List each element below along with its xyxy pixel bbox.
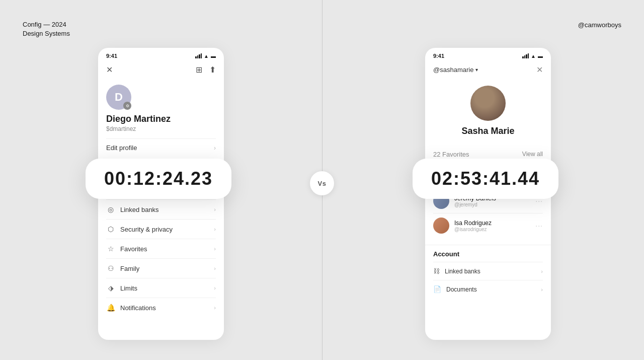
menu-item-favorites[interactable]: ☆ Favorites › [106,239,216,258]
acc-item-linked-banks[interactable]: ⛓ Linked banks › [433,262,543,280]
left-status-time: 9:41 [106,53,117,59]
favorites-header: 22 Favorites View all [433,150,543,159]
profile-name: Diego Martinez [106,114,216,124]
favorite-item-isa: Isa Rodriguez @isarodriguez ··· [433,213,543,238]
jeremy-handle: @jeremyd [454,202,496,207]
family-label: Family [120,265,139,272]
favorites-title: 22 Favorites [433,150,471,159]
right-wifi-icon: ▲ [531,53,536,59]
limits-icon: ⬗ [106,284,115,292]
star-icon: ☆ [106,245,115,253]
timer-left-text: 00:12:24.23 [104,168,213,189]
right-top-bar: @sashamarie ▾ ✕ [425,62,551,80]
author-handle: @camworboys [578,21,621,29]
isa-more-icon[interactable]: ··· [535,222,543,230]
title-line2: Design Systems [23,30,70,37]
right-status-bar: 9:41 ▲ ▬ [425,48,551,62]
menu-item-security[interactable]: ⬡ Security & privacy › [106,219,216,239]
title-line1: Config — 2024 [23,21,66,28]
left-status-icons: ▲ ▬ [195,53,216,59]
menu-item-notifications[interactable]: 🔔 Notifications › [106,298,216,317]
acc-documents-label: Documents [446,286,477,293]
favorites-label: Favorites [120,245,147,253]
vs-badge: Vs [310,171,334,195]
avatar-wrap: D ⚙ [106,85,131,110]
edit-profile-chevron: › [214,145,216,152]
account-section-title: Account [433,250,543,258]
right-signal-icon [522,53,529,58]
notifications-label: Notifications [120,304,156,312]
edit-profile-row[interactable]: Edit profile › [106,138,216,157]
account-selector-label: @sashamarie [433,66,473,74]
link-icon: ⛓ [433,267,440,275]
edit-profile-label: Edit profile [106,144,137,152]
view-all-button[interactable]: View all [522,151,543,158]
account-section: Account ⛓ Linked banks › 📄 Documents › [425,245,551,303]
bank-icon: ◎ [106,205,115,213]
left-top-bar: ✕ ⊞ ⬆ [98,62,224,80]
vs-label: Vs [318,180,327,187]
right-battery-icon: ▬ [538,53,543,59]
right-avatar-image [470,86,506,121]
chevron-down-icon: ▾ [475,67,478,73]
timer-right-text: 02:53:41.44 [431,168,540,189]
security-label: Security & privacy [120,226,173,233]
security-chevron: › [214,226,216,232]
header-right: @camworboys [578,20,621,29]
avatar-edit-icon[interactable]: ⚙ [123,102,131,110]
acc-documents-chevron: › [541,286,543,293]
config-title: Config — 2024 Design Systems [23,20,70,38]
wifi-icon: ▲ [204,53,209,59]
header-left: Config — 2024 Design Systems [23,20,70,38]
linked-banks-label: Linked banks [120,206,159,213]
menu-item-family[interactable]: ⚇ Family › [106,258,216,278]
notifications-chevron: › [214,305,216,311]
right-status-icons: ▲ ▬ [522,53,543,59]
battery-icon: ▬ [211,53,216,59]
left-profile-section: D ⚙ Diego Martinez $dmartinez Edit profi… [98,80,224,165]
isa-name: Isa Rodriguez [454,220,492,227]
signal-icon [195,53,202,58]
close-icon[interactable]: ✕ [106,65,113,75]
right-profile-section: Sasha Marie [425,80,551,145]
left-status-bar: 9:41 ▲ ▬ [98,48,224,62]
bell-icon: 🔔 [106,304,115,312]
document-icon: 📄 [433,285,441,293]
top-action-icons: ⊞ ⬆ [196,65,216,75]
favorites-chevron: › [214,246,216,252]
acc-linked-banks-label: Linked banks [445,268,480,275]
shield-icon: ⬡ [106,225,115,233]
share-icon[interactable]: ⬆ [209,65,216,75]
menu-item-linked-banks[interactable]: ◎ Linked banks › [106,199,216,219]
right-close-icon[interactable]: ✕ [536,65,543,75]
timer-right: 02:53:41.44 [413,159,558,199]
menu-item-limits[interactable]: ⬗ Limits › [106,278,216,298]
limits-label: Limits [120,284,137,292]
account-selector[interactable]: @sashamarie ▾ [433,66,478,74]
family-chevron: › [214,265,216,271]
qr-icon[interactable]: ⊞ [196,65,202,75]
right-avatar [470,86,506,121]
acc-item-documents[interactable]: 📄 Documents › [433,280,543,298]
acc-linked-banks-chevron: › [541,268,543,274]
limits-chevron: › [214,285,216,291]
linked-banks-chevron: › [214,206,216,212]
timer-left: 00:12:24.23 [86,159,231,199]
right-status-time: 9:41 [433,53,444,59]
isa-avatar [433,218,449,234]
isa-handle: @isarodriguez [454,227,492,232]
family-icon: ⚇ [106,264,115,272]
profile-handle: $dmartinez [106,125,216,132]
right-profile-name: Sasha Marie [461,126,514,136]
